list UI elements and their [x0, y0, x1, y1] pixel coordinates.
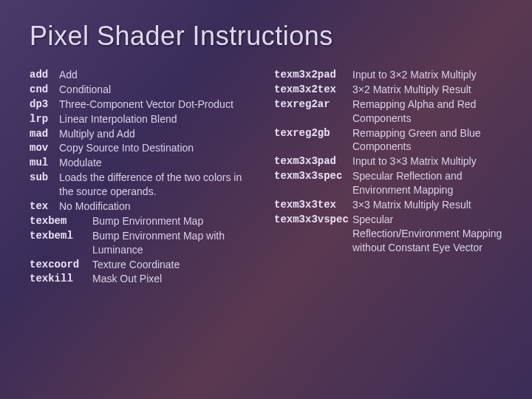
description: No Modification	[59, 200, 131, 214]
instr-row: texm3x3vspec Specular Reflection/Environ…	[274, 213, 502, 255]
instr-row: texm3x3spec Specular Reflection and Envi…	[274, 169, 502, 197]
description: 3×2 Matrix Multiply Result	[352, 83, 471, 97]
description: Remapping Alpha and Red Components	[352, 98, 502, 126]
description: Texture Coordinate	[92, 258, 180, 272]
description: Modulate	[59, 156, 102, 170]
instr-row: texbem Bump Environment Map	[30, 214, 258, 228]
instr-row: mov Copy Source Into Destination	[30, 141, 258, 155]
mnemonic: texm3x2tex	[274, 83, 352, 97]
instr-row: texm3x3tex 3×3 Matrix Multiply Result	[274, 198, 502, 212]
mnemonic: texcoord	[30, 258, 92, 272]
mnemonic: mul	[30, 156, 59, 170]
description: Conditional	[59, 83, 111, 97]
slide: Pixel Shader Instructions add Add cnd Co…	[0, 0, 532, 399]
mnemonic: dp3	[30, 98, 59, 112]
mnemonic: lrp	[30, 112, 59, 126]
description: Add	[59, 68, 78, 82]
mnemonic: texreg2gb	[274, 126, 352, 154]
mnemonic: texm3x3vspec	[274, 213, 352, 255]
columns: add Add cnd Conditional dp3 Three-Compon…	[30, 68, 502, 287]
instr-row: texm3x2tex 3×2 Matrix Multiply Result	[274, 83, 502, 97]
description: Specular Reflection and Environment Mapp…	[352, 169, 502, 197]
description: Copy Source Into Destination	[59, 141, 194, 155]
mnemonic: tex	[30, 200, 59, 214]
description: Multiply and Add	[59, 127, 135, 141]
instr-row: dp3 Three-Component Vector Dot-Product	[30, 98, 258, 112]
instr-row: tex No Modification	[30, 200, 258, 214]
instr-row: texreg2gb Remapping Green and Blue Compo…	[274, 126, 502, 154]
instr-row: mad Multiply and Add	[30, 127, 258, 141]
instr-row: texm3x2pad Input to 3×2 Matrix Multiply	[274, 68, 502, 82]
instr-row: texbeml Bump Environment Map with Lumina…	[30, 229, 258, 257]
mnemonic: texm3x3pad	[274, 154, 352, 168]
instr-row: lrp Linear Interpolation Blend	[30, 112, 258, 126]
description: Mask Out Pixel	[92, 272, 162, 286]
description: Three-Component Vector Dot-Product	[59, 98, 233, 112]
mnemonic: texm3x3tex	[274, 198, 352, 212]
instr-row: texkill Mask Out Pixel	[30, 272, 258, 286]
description: Input to 3×2 Matrix Multiply	[352, 68, 477, 82]
mnemonic: sub	[30, 171, 59, 199]
description: Linear Interpolation Blend	[59, 112, 177, 126]
left-column: add Add cnd Conditional dp3 Three-Compon…	[30, 68, 258, 287]
instr-row: sub Loads the difference of the two colo…	[30, 171, 258, 199]
instr-row: texm3x3pad Input to 3×3 Matrix Multiply	[274, 154, 502, 168]
instr-row: cnd Conditional	[30, 83, 258, 97]
slide-title: Pixel Shader Instructions	[30, 21, 502, 52]
mnemonic: cnd	[30, 83, 59, 97]
mnemonic: texbeml	[30, 229, 92, 257]
mnemonic: texm3x2pad	[274, 68, 352, 82]
instr-row: mul Modulate	[30, 156, 258, 170]
description: 3×3 Matrix Multiply Result	[352, 198, 471, 212]
description: Loads the difference of the two colors i…	[59, 171, 258, 199]
description: Bump Environment Map with Luminance	[92, 229, 258, 257]
instr-row: texreg2ar Remapping Alpha and Red Compon…	[274, 98, 502, 126]
description: Input to 3×3 Matrix Multiply	[352, 154, 477, 168]
right-column: texm3x2pad Input to 3×2 Matrix Multiply …	[274, 68, 502, 287]
mnemonic: add	[30, 68, 59, 82]
mnemonic: mov	[30, 141, 59, 155]
instr-row: add Add	[30, 68, 258, 82]
description: Bump Environment Map	[92, 214, 203, 228]
mnemonic: texreg2ar	[274, 98, 352, 126]
mnemonic: texm3x3spec	[274, 169, 352, 197]
mnemonic: mad	[30, 127, 59, 141]
instr-row: texcoord Texture Coordinate	[30, 258, 258, 272]
description: Remapping Green and Blue Components	[352, 126, 502, 154]
mnemonic: texkill	[30, 272, 92, 286]
mnemonic: texbem	[30, 214, 92, 228]
description: Specular Reflection/Environment Mapping …	[352, 213, 502, 255]
